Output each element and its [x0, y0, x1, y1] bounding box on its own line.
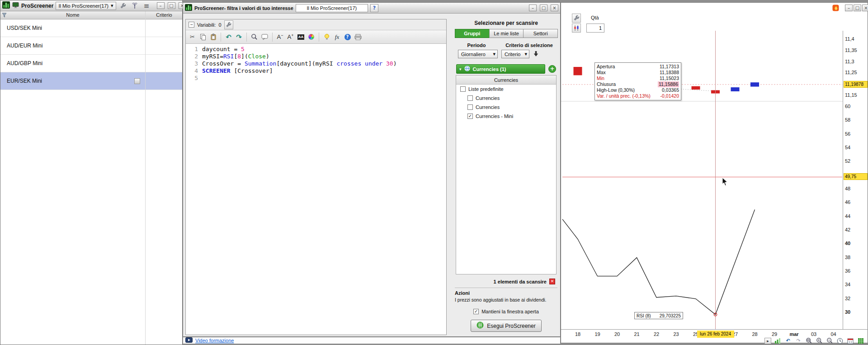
criterio-select[interactable]: Criterio ▾ [501, 50, 529, 58]
palette-icon[interactable] [307, 33, 316, 41]
x-tick: 23 [668, 331, 684, 337]
list-item[interactable]: AUD/EUR Mini [0, 37, 182, 55]
broadcast-icon[interactable] [130, 1, 140, 10]
hint-icon[interactable] [322, 33, 331, 41]
code-line[interactable]: 1daycount = 5 [186, 46, 446, 53]
screener-grid-icon[interactable] [857, 337, 865, 344]
minimize-button[interactable]: – [529, 5, 537, 11]
cut-icon[interactable]: ✂ [188, 33, 197, 41]
chevron-down-icon: ▾ [111, 3, 113, 9]
checkbox[interactable] [467, 95, 473, 101]
comment-icon[interactable] [260, 33, 269, 41]
code-line[interactable]: 3CrossOver = Summation[daycount](myRSI c… [186, 60, 446, 67]
globe-icon [464, 66, 470, 72]
rsi-tick: 44 [845, 213, 850, 220]
list-item[interactable]: AUD/GBP Mini [0, 55, 182, 72]
list-item[interactable]: EUR/SEK Mini [0, 72, 182, 90]
screener-tab-label: Il Mio ProScreener(17) [307, 5, 357, 11]
time-icon[interactable] [836, 337, 844, 344]
wrench-icon[interactable] [118, 1, 128, 10]
maximize-button[interactable]: □ [168, 2, 175, 9]
watchlist-body: USD/SEK MiniAUD/EUR MiniAUD/GBP MiniEUR/… [0, 19, 182, 90]
maximize-button[interactable]: □ [854, 5, 861, 11]
list-item[interactable]: USD/SEK Mini [0, 19, 182, 37]
tab-gruppi[interactable]: Gruppi [455, 29, 490, 38]
copy-icon[interactable] [198, 33, 208, 41]
last-price-label: 11,19878 [844, 81, 868, 88]
video-formazione-link[interactable]: Video formazione [195, 338, 234, 343]
tab-le-mie-liste[interactable]: Le mie liste [489, 29, 524, 38]
x-tick: 22 [648, 331, 665, 337]
column-header-nome[interactable]: Nome [0, 12, 145, 18]
rsi-tick: 46 [845, 199, 850, 206]
collapse-button[interactable]: − [189, 22, 194, 28]
chart-type-button[interactable] [572, 24, 581, 33]
font-increase-button[interactable]: A+ [286, 33, 295, 41]
close-button[interactable]: × [551, 5, 558, 11]
zoom-reset-icon[interactable] [805, 337, 813, 344]
help-icon[interactable]: ? [343, 33, 352, 41]
screener-selector[interactable]: Il Mio ProScreener(17) ▾ [56, 2, 116, 10]
code-line[interactable]: 4SCREENER [Crossover] [186, 67, 446, 75]
chart-mode-icon[interactable] [774, 337, 782, 344]
alert-icon[interactable] [832, 5, 839, 13]
print-icon[interactable] [353, 33, 363, 41]
prorealtime-logo-icon [2, 1, 10, 10]
chart-settings-button[interactable] [572, 14, 581, 23]
redo-icon[interactable]: ↷ [794, 337, 802, 344]
variables-settings-button[interactable] [224, 20, 233, 29]
clear-count-button[interactable]: ✕ [549, 279, 555, 284]
minimize-button[interactable]: – [845, 5, 853, 11]
font-decrease-button[interactable]: A− [275, 33, 285, 41]
close-button[interactable]: × [862, 5, 868, 11]
x-tick: 18 [570, 331, 586, 337]
keep-open-label: Mantieni la finestra aperta [481, 309, 539, 314]
help-button[interactable]: ? [370, 4, 378, 12]
qty-label: Qtà [591, 15, 599, 20]
zoom-in-icon[interactable] [815, 337, 823, 344]
selection-panel: Selezionare per scansire GruppiLe mie li… [453, 18, 559, 335]
maximize-button[interactable]: □ [540, 5, 547, 11]
redo-icon[interactable]: ↷ [234, 33, 244, 41]
search-icon[interactable] [250, 33, 259, 41]
checkbox-item[interactable]: ✓Currencies - Mini [456, 112, 556, 121]
calendar-icon[interactable] [846, 337, 854, 344]
group-dropdown[interactable]: ▾ Currencies (1) [456, 64, 545, 74]
checkbox[interactable] [467, 104, 473, 110]
minimize-button[interactable]: – [157, 2, 165, 9]
menu-icon[interactable]: ≡ [142, 1, 151, 10]
undo-icon[interactable]: ↶ [784, 337, 792, 344]
code-line[interactable]: 2myRSI=RSI[8](Close) [186, 53, 446, 60]
x-tick: 28 [747, 331, 763, 337]
candle [574, 67, 582, 75]
highlight-icon[interactable]: AA [296, 33, 306, 41]
tab-settori[interactable]: Settori [523, 29, 558, 38]
periodo-value: Giornaliero [461, 52, 486, 57]
run-proscreener-button[interactable]: Esegui ProScreener [471, 320, 541, 332]
checkbox-item[interactable]: Currencies [456, 103, 556, 112]
checkbox-item[interactable]: Currencies [456, 94, 556, 103]
chart-bottom-toolbar: ▸ ↶ ↷ [764, 337, 865, 344]
function-icon[interactable]: fx [332, 33, 342, 41]
add-group-button[interactable]: + [548, 65, 556, 73]
code-line[interactable]: 5 [186, 75, 446, 82]
screener-selector-value: Il Mio ProScreener(17) [58, 3, 108, 9]
checkbox[interactable] [460, 86, 466, 92]
keep-open-checkbox[interactable]: ✓ [473, 309, 479, 314]
qty-input[interactable] [586, 24, 604, 33]
paste-icon[interactable] [208, 33, 218, 41]
rsi-tick: 60 [845, 104, 850, 110]
instrument-name: USD/SEK Mini [7, 25, 42, 31]
x-tick: 19 [590, 331, 606, 337]
code-area[interactable]: 1daycount = 52myRSI=RSI[8](Close)3CrossO… [186, 44, 446, 335]
periodo-select[interactable]: Giornaliero ▾ [458, 50, 498, 58]
column-header-criterio[interactable]: Criterio [145, 12, 183, 18]
undo-icon[interactable]: ↶ [224, 33, 233, 41]
checkbox-item[interactable]: Liste predefinite [456, 85, 556, 94]
screener-tab[interactable]: Il Mio ProScreener(17) [296, 4, 368, 12]
checkbox[interactable]: ✓ [467, 113, 473, 119]
scroll-right-button[interactable]: ▸ [764, 338, 771, 344]
sort-arrow-icon[interactable] [533, 51, 539, 58]
zoom-out-icon[interactable] [826, 337, 834, 344]
price-tick: 11,4 [845, 36, 854, 43]
